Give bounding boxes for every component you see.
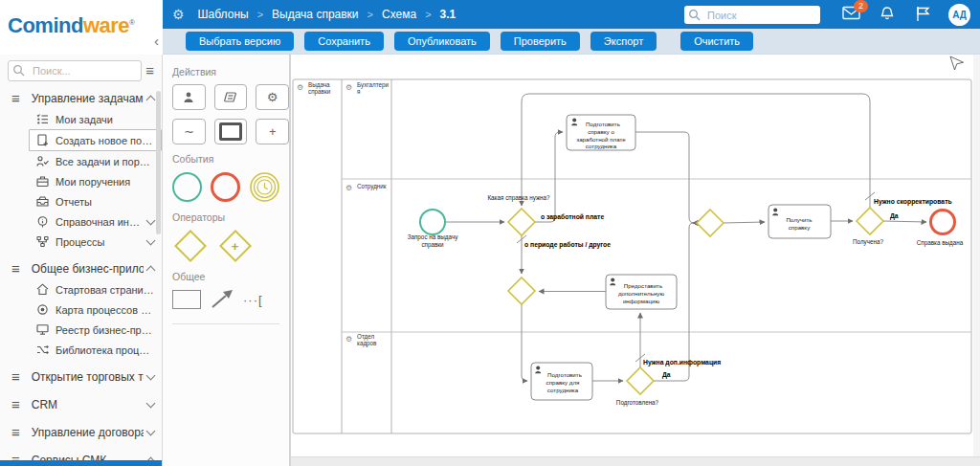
svg-text:кадров: кадров — [357, 340, 377, 347]
editor-toolbar: Выбрать версию Сохранить Опубликовать Пр… — [161, 29, 980, 55]
sidebar-item-reports[interactable]: Отчеты — [0, 191, 162, 211]
gateway-question-label: Какая справка нужна? — [487, 194, 550, 202]
item-label: Реестр бизнес-приложе... — [56, 324, 154, 336]
sidebar-section-trade-points[interactable]: ≡ Открытие торговых то... — [0, 366, 162, 388]
reports-icon — [36, 195, 49, 208]
task-prepare-certificate[interactable]: Подготовить справку для сотрудника — [531, 363, 592, 400]
sidebar-item-all-tasks[interactable]: Все задачи и поручения ... — [0, 151, 162, 171]
diagram-canvas[interactable]: ⚙ Выдача справки ⚙ Бухгалтери я ⚙ Сотруд… — [291, 55, 980, 466]
notifications-button[interactable] — [879, 6, 898, 23]
sidebar-scrollbar[interactable] — [156, 91, 161, 234]
sidebar-search-input[interactable] — [31, 61, 140, 80]
reference-info-icon — [36, 215, 49, 228]
sidebar-item-my-tasks[interactable]: Мои задачи — [0, 109, 162, 129]
sidebar-item-process-library[interactable]: Библиотека процессов — [0, 340, 162, 360]
subprocess-icon — [219, 122, 242, 141]
chevron-down-icon — [146, 399, 156, 409]
svg-text:информацию: информацию — [623, 298, 660, 304]
subprocess-tool[interactable] — [214, 119, 248, 144]
menu-icon: ≡ — [11, 427, 20, 438]
save-button[interactable]: Сохранить — [304, 32, 384, 51]
chevron-up-icon — [146, 266, 156, 276]
breadcrumb-version[interactable]: 3.1 — [440, 8, 457, 21]
sidebar-item-process-map[interactable]: Карта процессов верхне... — [0, 300, 162, 320]
sidebar-section-crm[interactable]: ≡ CRM — [0, 394, 162, 415]
menu-icon: ≡ — [11, 263, 20, 275]
arrow-tool[interactable] — [210, 289, 234, 310]
task-prepare-salary-certificate[interactable]: Подготовить справку о заработной плате с… — [567, 115, 635, 150]
flag-button[interactable] — [915, 6, 934, 23]
section-label: CRM — [32, 398, 144, 411]
canvas-horizontal-scrollbar[interactable] — [291, 456, 980, 466]
group-rectangle-tool[interactable] — [172, 290, 201, 309]
svg-text:справку: справку — [789, 224, 811, 231]
chevron-down-icon — [146, 371, 156, 381]
validate-button[interactable]: Проверить — [501, 32, 580, 51]
item-label: Библиотека процессов — [56, 344, 154, 356]
sidebar-item-processes[interactable]: Процессы — [0, 232, 162, 252]
expand-tool[interactable]: + — [256, 119, 289, 144]
parallel-gateway-tool[interactable]: + — [219, 230, 252, 262]
menu-icon[interactable]: ≡ — [145, 62, 154, 78]
sidebar-section-general-business-app[interactable]: ≡ Общее бизнес-прило... — [0, 258, 162, 279]
sidebar-section-task-management[interactable]: ≡ Управление задачами ... — [0, 88, 162, 109]
settings-gear-icon[interactable]: ⚙ — [172, 7, 185, 22]
menu-icon: ≡ — [11, 399, 20, 411]
create-document-icon — [36, 134, 49, 146]
sidebar-item-app-registry[interactable]: Реестр бизнес-приложе... — [0, 320, 162, 340]
item-label: Все задачи и поручения ... — [56, 156, 154, 167]
palette-section-general: Общее — [172, 271, 289, 282]
chevron-down-icon — [146, 427, 156, 436]
breadcrumb-separator: > — [257, 9, 263, 20]
export-button[interactable]: Экспорт — [590, 32, 657, 51]
breadcrumb-templates[interactable]: Шаблоны — [198, 8, 249, 21]
sidebar-section-contract-management[interactable]: ≡ Управление договора... — [0, 422, 162, 443]
logo-part-orange: ware — [83, 13, 129, 37]
task-get-certificate[interactable]: Получить справку — [768, 205, 831, 238]
svg-text:Подготовить: Подготовить — [547, 371, 582, 378]
script-task-tool[interactable] — [214, 84, 248, 110]
logo-part-blue: Comind — [8, 13, 83, 37]
svg-text:Получить: Получить — [786, 216, 812, 223]
palette-divider — [172, 323, 279, 324]
bpmn-diagram: ⚙ Выдача справки ⚙ Бухгалтери я ⚙ Сотруд… — [291, 55, 980, 466]
end-event-tool[interactable] — [211, 172, 240, 202]
sidebar-item-start-page[interactable]: Стартовая страница — [0, 279, 162, 300]
timer-event-tool[interactable] — [249, 171, 280, 203]
connector-tool[interactable]: ∼ — [172, 119, 206, 144]
sidebar-item-reference-info[interactable]: Справочная информа... — [0, 211, 162, 232]
item-label: Отчеты — [56, 196, 154, 208]
user-task-tool[interactable] — [172, 84, 206, 110]
sidebar-collapse-icon[interactable]: ‹ — [154, 34, 159, 48]
global-search — [684, 6, 820, 24]
svg-text:Подготовить: Подготовить — [586, 121, 620, 127]
sidebar-item-my-orders[interactable]: Мои поручения — [0, 171, 162, 191]
person-check-icon — [36, 155, 49, 167]
task-provide-additional-info[interactable]: Предоставить дополнительную информацию — [606, 275, 677, 309]
select-version-button[interactable]: Выбрать версию — [186, 32, 294, 51]
service-task-tool[interactable]: ⚙ — [256, 84, 289, 110]
gear-icon: ⚙ — [297, 83, 303, 92]
mail-button[interactable]: 2 — [842, 6, 861, 23]
end-event[interactable] — [931, 211, 955, 234]
processes-icon — [36, 235, 49, 248]
publish-button[interactable]: Опубликовать — [394, 32, 490, 51]
breadcrumb-scheme[interactable]: Схема — [382, 8, 416, 21]
section-label: Открытие торговых то... — [32, 370, 144, 384]
global-search-input[interactable] — [705, 6, 819, 26]
sidebar-search: ≡ — [8, 60, 156, 81]
annotation-tool[interactable]: ···[ — [243, 293, 263, 307]
flow-label-period: о периоде работы / другое — [524, 241, 611, 249]
canvas-vertical-scrollbar[interactable] — [973, 55, 980, 457]
sidebar-item-create-order[interactable]: Создать новое поручение — [29, 129, 162, 151]
breadcrumb-process[interactable]: Выдача справки — [272, 8, 358, 21]
start-event-tool[interactable] — [172, 172, 202, 202]
svg-text:дополнительную: дополнительную — [618, 290, 665, 297]
shape-palette: Действия ⚙ ∼ + События — [163, 55, 291, 466]
comindware-logo: Comindware® — [8, 13, 134, 38]
person-icon — [182, 91, 195, 103]
user-avatar[interactable]: АД — [948, 4, 970, 26]
exclusive-gateway-tool[interactable] — [174, 230, 207, 262]
start-event[interactable] — [420, 210, 445, 234]
clear-button[interactable]: Очистить — [680, 32, 753, 51]
